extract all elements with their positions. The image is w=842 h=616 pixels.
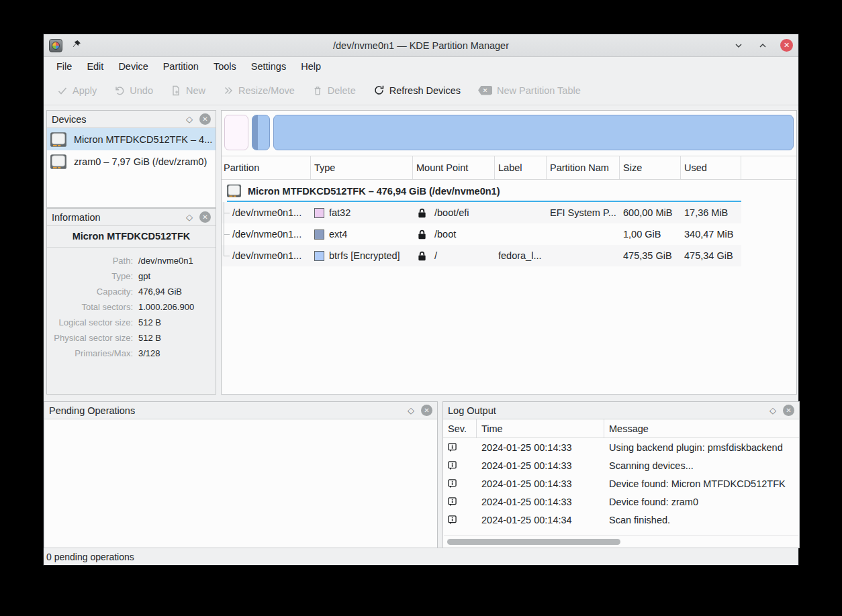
maximize-button[interactable] — [756, 39, 769, 52]
float-panel-icon[interactable]: ◇ — [186, 114, 193, 124]
app-window: /dev/nvme0n1 — KDE Partition Manager ✕ F… — [43, 34, 799, 566]
new-partition-table-button[interactable]: ✕ New Partition Table — [478, 85, 581, 96]
log-row[interactable]: 2024-01-25 00:14:33 Scanning devices... — [443, 456, 799, 474]
partition-row-fat32[interactable]: /dev/nvme0n1... fat32 /boot/efi EFI Syst… — [222, 202, 741, 223]
menu-settings[interactable]: Settings — [244, 57, 293, 76]
close-panel-icon[interactable]: ✕ — [199, 113, 211, 125]
devices-panel: Devices ◇ ✕ Micron MTFDKCD512TFK – 4... — [46, 110, 216, 208]
menu-partition[interactable]: Partition — [156, 57, 206, 76]
lock-icon — [416, 251, 427, 261]
float-panel-icon[interactable]: ◇ — [408, 405, 414, 415]
double-chevron-icon — [223, 85, 234, 96]
info-severity-icon — [443, 479, 477, 489]
info-label: Logical sector size: — [47, 315, 133, 330]
undo-icon — [114, 85, 125, 96]
log-output-title: Log Output — [448, 405, 496, 416]
undo-button[interactable]: Undo — [114, 85, 153, 96]
status-bar: 0 pending operations — [44, 548, 798, 565]
column-header-mount-point[interactable]: Mount Point — [413, 156, 495, 179]
device-item-zram0[interactable]: zram0 – 7,97 GiB (/dev/zram0) — [47, 150, 216, 172]
resize-move-button[interactable]: Resize/Move — [223, 85, 295, 96]
log-row[interactable]: 2024-01-25 00:14:33 Device found: zram0 — [443, 493, 799, 511]
menu-edit[interactable]: Edit — [79, 57, 111, 76]
overview-segment-fat32[interactable] — [224, 115, 248, 150]
fs-color-swatch — [314, 208, 324, 218]
refresh-icon — [373, 85, 385, 96]
log-output-panel: Log Output ◇ ✕ Sev. Time Message 2024-01… — [442, 401, 800, 548]
lock-icon — [416, 229, 427, 240]
device-item-micron[interactable]: Micron MTFDKCD512TFK – 4... — [47, 128, 216, 150]
trash-icon — [312, 85, 323, 96]
log-column-time[interactable]: Time — [477, 419, 604, 438]
delete-button[interactable]: Delete — [312, 85, 356, 96]
info-device-name: Micron MTFDKCD512TFK — [47, 226, 216, 248]
information-panel-titlebar: Information ◇ ✕ — [47, 209, 216, 226]
pending-operations-list — [44, 419, 437, 548]
column-header-partition-name[interactable]: Partition Nam — [547, 156, 620, 179]
group-underline — [227, 201, 741, 202]
refresh-devices-button[interactable]: Refresh Devices — [373, 85, 461, 96]
column-header-size[interactable]: Size — [620, 156, 681, 179]
column-header-partition[interactable]: Partition — [222, 156, 311, 179]
info-severity-icon — [443, 461, 477, 470]
partition-row-btrfs[interactable]: /dev/nvme0n1... btrfs [Encrypted] / fedo… — [222, 245, 741, 266]
lock-icon — [416, 208, 427, 218]
check-icon — [57, 85, 68, 96]
partition-view-panel: Partition Type Mount Point Label Partiti… — [221, 110, 797, 395]
column-header-used[interactable]: Used — [681, 156, 741, 179]
float-panel-icon[interactable]: ◇ — [769, 405, 776, 415]
log-column-severity[interactable]: Sev. — [443, 419, 477, 438]
info-value: 512 B — [138, 330, 216, 346]
pending-operations-panel: Pending Operations ◇ ✕ — [44, 401, 438, 548]
partition-pie-glyph — [52, 42, 60, 50]
app-icon — [49, 39, 62, 52]
minimize-button[interactable] — [732, 39, 745, 52]
horizontal-scrollbar[interactable] — [444, 535, 798, 547]
pending-operations-title: Pending Operations — [49, 405, 135, 416]
apply-button[interactable]: Apply — [57, 85, 97, 96]
pending-operations-titlebar: Pending Operations ◇ ✕ — [44, 402, 437, 419]
information-panel-title: Information — [52, 212, 101, 223]
used-space-strip — [252, 115, 258, 150]
info-label: Capacity: — [47, 284, 133, 299]
log-column-message[interactable]: Message — [604, 419, 799, 438]
close-panel-icon[interactable]: ✕ — [421, 405, 432, 416]
devices-panel-title: Devices — [52, 114, 87, 125]
clear-table-icon: ✕ — [478, 86, 492, 95]
menu-help[interactable]: Help — [293, 57, 328, 76]
log-row[interactable]: 2024-01-25 00:14:34 Scan finished. — [443, 511, 799, 529]
titlebar[interactable]: /dev/nvme0n1 — KDE Partition Manager ✕ — [44, 34, 798, 57]
overview-segment-ext4[interactable] — [252, 115, 270, 150]
log-row[interactable]: 2024-01-25 00:14:33 Device found: Micron… — [443, 474, 799, 493]
device-overview-bar — [222, 111, 796, 156]
partition-row-ext4[interactable]: /dev/nvme0n1... ext4 /boot 1,00 GiB 340,… — [222, 223, 741, 245]
pin-icon[interactable] — [72, 40, 81, 52]
menu-tools[interactable]: Tools — [206, 57, 244, 76]
info-value: /dev/nvme0n1 — [138, 253, 216, 268]
overview-segment-btrfs[interactable] — [273, 115, 794, 150]
pending-operations-count: 0 pending operations — [46, 552, 134, 562]
close-button[interactable]: ✕ — [780, 39, 793, 52]
log-row[interactable]: 2024-01-25 00:14:33 Using backend plugin… — [443, 438, 799, 456]
close-panel-icon[interactable]: ✕ — [199, 211, 211, 223]
window-title: /dev/nvme0n1 — KDE Partition Manager — [44, 40, 798, 51]
menu-device[interactable]: Device — [111, 57, 155, 76]
close-panel-icon[interactable]: ✕ — [783, 405, 794, 416]
column-header-type[interactable]: Type — [311, 156, 413, 179]
scrollbar-thumb[interactable] — [447, 539, 620, 545]
column-header-label[interactable]: Label — [495, 156, 547, 179]
info-label: Total sectors: — [47, 299, 133, 315]
menu-file[interactable]: File — [49, 57, 79, 76]
info-severity-icon — [443, 497, 477, 507]
device-group-title: Micron MTFDKCD512TFK – 476,94 GiB (/dev/… — [248, 186, 500, 197]
info-label: Type: — [47, 268, 133, 284]
new-button[interactable]: New — [171, 85, 205, 96]
log-output-titlebar: Log Output ◇ ✕ — [443, 402, 799, 419]
float-panel-icon[interactable]: ◇ — [186, 212, 193, 222]
device-group-row[interactable]: Micron MTFDKCD512TFK – 476,94 GiB (/dev/… — [222, 180, 741, 202]
info-value: gpt — [138, 268, 216, 284]
harddrive-icon — [50, 131, 67, 148]
partition-table-header: Partition Type Mount Point Label Partiti… — [222, 156, 796, 180]
column-header-empty — [741, 156, 796, 179]
tree-branch — [224, 223, 232, 245]
